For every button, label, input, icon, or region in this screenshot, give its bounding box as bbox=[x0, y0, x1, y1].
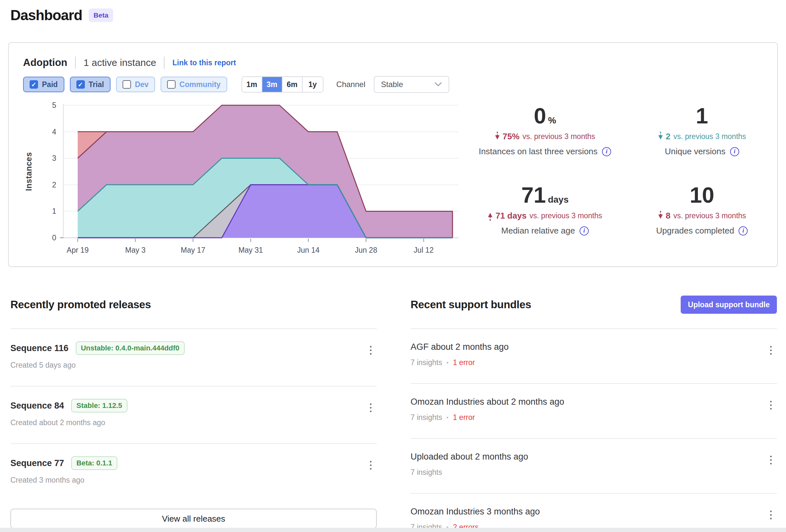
checkbox-icon: ✓ bbox=[76, 80, 85, 89]
svg-text:Instances: Instances bbox=[24, 152, 33, 191]
kebab-menu-icon[interactable] bbox=[768, 454, 773, 466]
stat-card: 71days 71 daysvs. previous 3 months Medi… bbox=[466, 170, 623, 249]
page-title: Dashboard bbox=[10, 7, 82, 23]
svg-text:May 31: May 31 bbox=[238, 246, 263, 254]
info-icon[interactable]: i bbox=[602, 147, 611, 156]
divider bbox=[75, 56, 76, 69]
bundle-insights: 7 insights bbox=[411, 413, 442, 422]
info-icon[interactable]: i bbox=[739, 226, 748, 236]
filter-dev[interactable]: Dev bbox=[116, 77, 155, 92]
filter-label: Community bbox=[180, 80, 221, 89]
divider bbox=[164, 56, 164, 69]
adoption-card: Adoption 1 active instance Link to this … bbox=[8, 42, 778, 267]
release-version-badge: Unstable: 0.4.0-main.444ddf0 bbox=[76, 341, 185, 355]
release-item: Sequence 77 Beta: 0.1.1 Created 3 months… bbox=[10, 443, 377, 501]
bundle-errors: 1 error bbox=[453, 358, 475, 367]
svg-text:Apr 19: Apr 19 bbox=[67, 246, 89, 254]
stat-change: 71 daysvs. previous 3 months bbox=[488, 211, 602, 221]
license-type-filters: ✓ Paid ✓ Trial Dev Community bbox=[23, 77, 227, 92]
link-to-this-report[interactable]: Link to this report bbox=[172, 58, 236, 67]
checkbox-icon: ✓ bbox=[29, 80, 38, 89]
page-header: Dashboard Beta bbox=[10, 7, 113, 23]
release-created: Created 3 months ago bbox=[10, 476, 85, 485]
adoption-title: Adoption bbox=[23, 57, 67, 69]
stat-card: 0% 75%vs. previous 3 months Instances on… bbox=[466, 91, 623, 170]
filter-paid[interactable]: ✓ Paid bbox=[23, 77, 64, 92]
range-6m[interactable]: 6m bbox=[282, 77, 303, 92]
meta-separator-dot bbox=[447, 417, 448, 418]
release-title: Sequence 77 bbox=[10, 458, 64, 469]
info-icon[interactable]: i bbox=[580, 226, 589, 236]
release-item: Sequence 84 Stable: 1.12.5 Created about… bbox=[10, 386, 377, 443]
filter-label: Trial bbox=[89, 80, 104, 89]
svg-text:2: 2 bbox=[52, 180, 56, 189]
stat-value: 71days bbox=[522, 184, 569, 206]
kebab-menu-icon[interactable] bbox=[768, 509, 773, 521]
lower-columns: Recently promoted releases Sequence 116 … bbox=[10, 294, 777, 532]
svg-text:Jul 12: Jul 12 bbox=[414, 246, 434, 254]
filter-label: Dev bbox=[135, 80, 148, 89]
channel-dropdown[interactable]: Stable bbox=[374, 76, 449, 93]
adoption-card-header: Adoption 1 active instance Link to this … bbox=[23, 56, 236, 69]
releases-column: Recently promoted releases Sequence 116 … bbox=[10, 294, 377, 532]
svg-text:May 17: May 17 bbox=[181, 246, 205, 254]
range-1y[interactable]: 1y bbox=[303, 77, 323, 92]
kebab-menu-icon[interactable] bbox=[368, 344, 373, 357]
stat-change: 2vs. previous 3 months bbox=[658, 131, 746, 142]
checkbox-icon bbox=[167, 80, 176, 89]
svg-text:0: 0 bbox=[52, 234, 56, 242]
adoption-stats: 0% 75%vs. previous 3 months Instances on… bbox=[466, 91, 781, 249]
channel-selected-value: Stable bbox=[381, 80, 403, 89]
svg-text:Jun 14: Jun 14 bbox=[297, 246, 320, 254]
trend-arrow-icon bbox=[658, 211, 663, 221]
release-version-badge: Beta: 0.1.1 bbox=[71, 456, 117, 470]
support-bundle-item: Omozan Industries about 2 months ago 7 i… bbox=[411, 383, 777, 438]
bottom-strip bbox=[0, 528, 786, 532]
svg-text:3: 3 bbox=[52, 154, 56, 162]
bundle-title[interactable]: Omozan Industries 3 months ago bbox=[411, 506, 540, 517]
release-created: Created about 2 months ago bbox=[10, 418, 105, 427]
filter-trial[interactable]: ✓ Trial bbox=[70, 77, 111, 92]
stat-value: 1 bbox=[696, 104, 708, 127]
release-created: Created 5 days ago bbox=[10, 361, 76, 370]
active-instance-count: 1 active instance bbox=[84, 57, 156, 68]
bundles-heading: Recent support bundles bbox=[411, 298, 531, 311]
bundle-insights: 7 insights bbox=[411, 468, 442, 477]
svg-text:4: 4 bbox=[52, 128, 56, 136]
filter-community[interactable]: Community bbox=[161, 77, 227, 92]
svg-text:May 3: May 3 bbox=[125, 246, 146, 254]
beta-badge: Beta bbox=[89, 8, 113, 22]
release-title: Sequence 116 bbox=[10, 343, 69, 354]
trend-arrow-icon bbox=[488, 211, 493, 221]
kebab-menu-icon[interactable] bbox=[768, 344, 773, 357]
time-range-selector: 1m 3m 6m 1y bbox=[241, 76, 323, 93]
stat-card: 10 8vs. previous 3 months Upgrades compl… bbox=[623, 170, 781, 249]
bundle-title[interactable]: AGF about 2 months ago bbox=[411, 341, 509, 353]
release-item: Sequence 116 Unstable: 0.4.0-main.444ddf… bbox=[10, 328, 377, 386]
stat-value: 0% bbox=[534, 104, 556, 127]
trend-arrow-icon bbox=[495, 131, 500, 142]
range-3m[interactable]: 3m bbox=[262, 77, 282, 92]
stat-change: 8vs. previous 3 months bbox=[658, 211, 746, 221]
bundle-title[interactable]: Omozan Industries about 2 months ago bbox=[411, 396, 564, 407]
info-icon[interactable]: i bbox=[730, 147, 739, 156]
stat-label: Instances on last three versions i bbox=[479, 146, 611, 156]
bundle-insights: 7 insights bbox=[411, 358, 442, 367]
bundle-list: AGF about 2 months ago 7 insights 1 erro… bbox=[411, 328, 777, 532]
trend-arrow-icon bbox=[658, 131, 663, 142]
release-list: Sequence 116 Unstable: 0.4.0-main.444ddf… bbox=[10, 328, 377, 501]
svg-text:5: 5 bbox=[52, 101, 56, 110]
release-version-badge: Stable: 1.12.5 bbox=[71, 399, 128, 412]
kebab-menu-icon[interactable] bbox=[368, 459, 373, 471]
filter-row: ✓ Paid ✓ Trial Dev Community 1m 3m 6m 1y… bbox=[23, 76, 449, 93]
support-bundle-item: AGF about 2 months ago 7 insights 1 erro… bbox=[411, 328, 777, 383]
kebab-menu-icon[interactable] bbox=[768, 399, 773, 411]
upload-support-bundle-button[interactable]: Upload support bundle bbox=[681, 295, 777, 314]
support-bundle-item: Omozan Industries 3 months ago 7 insight… bbox=[411, 493, 777, 532]
bundle-title[interactable]: Uploaded about 2 months ago bbox=[411, 451, 528, 462]
kebab-menu-icon[interactable] bbox=[368, 402, 373, 414]
range-1m[interactable]: 1m bbox=[242, 77, 262, 92]
stat-value: 10 bbox=[690, 184, 715, 206]
meta-separator-dot bbox=[447, 362, 448, 363]
view-all-releases-button[interactable]: View all releases bbox=[10, 509, 377, 529]
